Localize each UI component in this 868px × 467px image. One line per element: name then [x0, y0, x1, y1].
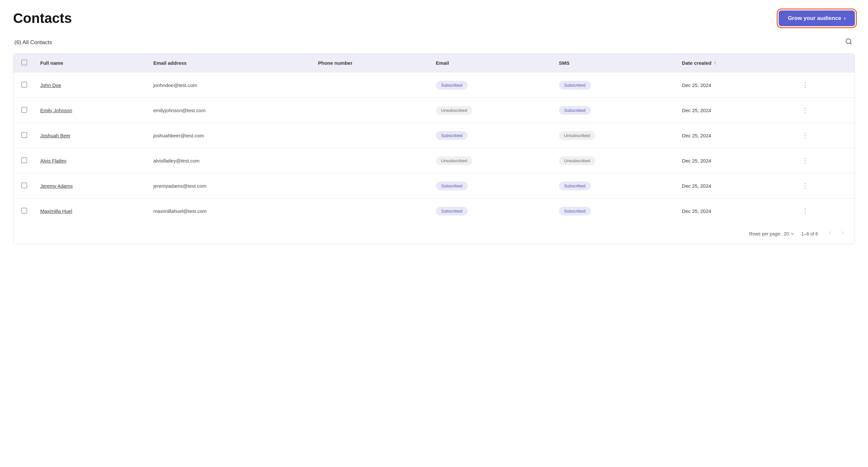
page-title: Contacts	[13, 10, 72, 26]
contact-name-link[interactable]: Alvis Flatley	[40, 158, 66, 164]
sort-arrow-icon: ↑	[714, 61, 716, 65]
contact-name-link[interactable]: John Doe	[40, 82, 61, 88]
date-created-text: Dec 25, 2024	[682, 208, 711, 214]
grow-audience-button[interactable]: Grow your audience ›	[779, 10, 855, 26]
next-page-button[interactable]	[837, 229, 848, 239]
th-date-created[interactable]: Date created ↑	[676, 54, 793, 73]
row-email-address: maximillahuel@test.com	[147, 199, 311, 224]
row-email-address: alvisflatley@test.com	[147, 148, 311, 173]
date-created-text: Dec 25, 2024	[682, 183, 711, 189]
th-email-address: Email address	[147, 54, 311, 73]
grow-audience-arrow: ›	[844, 15, 846, 22]
row-sms-status: Unsubscribed	[553, 148, 676, 173]
row-checkbox-cell	[13, 148, 34, 173]
row-actions-button[interactable]: ⋮	[799, 180, 811, 191]
rows-per-page: Rows per page: 20	[749, 231, 795, 236]
sms-status-badge: Subscribed	[559, 207, 591, 215]
contacts-table: Full name Email address Phone number Ema…	[13, 53, 855, 244]
row-checkbox-cell	[13, 199, 34, 224]
table-row: Alvis Flatley alvisflatley@test.com Unsu…	[13, 148, 855, 173]
row-sms-status: Subscribed	[553, 199, 676, 224]
rows-per-page-select[interactable]: 20	[784, 231, 795, 236]
date-created-text: Dec 25, 2024	[682, 108, 711, 113]
row-email-address: jonhndoe@test.com	[147, 73, 311, 98]
row-email-status: Unsubscribed	[429, 148, 553, 173]
row-checkbox[interactable]	[21, 132, 27, 138]
section-header: (6) All Contacts	[13, 37, 855, 48]
th-actions	[793, 54, 855, 73]
row-actions-cell: ⋮	[793, 173, 855, 199]
pagination-buttons	[825, 229, 848, 239]
email-status-badge: Subscribed	[436, 81, 468, 90]
row-checkbox-cell	[13, 173, 34, 199]
row-checkbox[interactable]	[21, 182, 27, 188]
sms-status-badge: Subscribed	[559, 81, 591, 90]
row-full-name: Emily Johnson	[34, 98, 147, 123]
row-email-status: Subscribed	[429, 199, 553, 224]
row-checkbox[interactable]	[21, 157, 27, 163]
contact-name-link[interactable]: Jeremy Adams	[40, 183, 73, 189]
table-header-row: Full name Email address Phone number Ema…	[13, 54, 855, 73]
th-phone-number: Phone number	[312, 54, 429, 73]
row-full-name: John Doe	[34, 73, 147, 98]
contact-name-link[interactable]: Joshuah Beer	[40, 133, 71, 138]
row-checkbox[interactable]	[21, 107, 27, 113]
row-date-created: Dec 25, 2024	[676, 98, 793, 123]
row-actions-button[interactable]: ⋮	[799, 105, 811, 115]
th-sms: SMS	[553, 54, 676, 73]
row-checkbox-cell	[13, 123, 34, 148]
select-all-checkbox[interactable]	[21, 60, 27, 65]
row-actions-button[interactable]: ⋮	[799, 206, 811, 216]
email-status-badge: Unsubscribed	[436, 156, 473, 165]
row-actions-cell: ⋮	[793, 199, 855, 224]
row-date-created: Dec 25, 2024	[676, 173, 793, 199]
email-address-text: jonhndoe@test.com	[153, 82, 197, 88]
section-title: (6) All Contacts	[14, 39, 52, 46]
row-actions-button[interactable]: ⋮	[799, 155, 811, 166]
row-sms-status: Subscribed	[553, 98, 676, 123]
prev-page-button[interactable]	[825, 229, 836, 239]
rows-per-page-value: 20	[784, 231, 789, 236]
pagination-info: 1–6 of 6	[801, 231, 818, 236]
table-row: Emily Johnson emilyjohnson@test.com Unsu…	[13, 98, 855, 123]
row-email-status: Subscribed	[429, 73, 553, 98]
row-actions-cell: ⋮	[793, 148, 855, 173]
th-full-name: Full name	[34, 54, 147, 73]
search-button[interactable]	[844, 37, 854, 48]
email-status-badge: Subscribed	[436, 131, 468, 140]
date-created-text: Dec 25, 2024	[682, 133, 711, 138]
row-checkbox[interactable]	[21, 208, 27, 213]
row-email-address: emilyjohnson@test.com	[147, 98, 311, 123]
row-full-name: Joshuah Beer	[34, 123, 147, 148]
row-sms-status: Subscribed	[553, 73, 676, 98]
row-full-name: Jeremy Adams	[34, 173, 147, 199]
row-actions-button[interactable]: ⋮	[799, 130, 811, 141]
email-status-badge: Subscribed	[436, 181, 468, 190]
row-email-status: Subscribed	[429, 123, 553, 148]
sms-status-badge: Unsubscribed	[559, 131, 596, 140]
svg-line-1	[850, 43, 851, 44]
chevron-down-icon	[790, 232, 795, 236]
email-address-text: alvisflatley@test.com	[153, 158, 199, 164]
row-sms-status: Subscribed	[553, 173, 676, 199]
row-actions-button[interactable]: ⋮	[799, 80, 811, 90]
row-full-name: Alvis Flatley	[34, 148, 147, 173]
search-icon	[845, 38, 852, 45]
page-header: Contacts Grow your audience ›	[13, 10, 855, 26]
row-checkbox[interactable]	[21, 82, 27, 88]
row-checkbox-cell	[13, 73, 34, 98]
sms-status-badge: Subscribed	[559, 106, 591, 115]
contact-name-link[interactable]: Emily Johnson	[40, 108, 72, 113]
row-email-status: Subscribed	[429, 173, 553, 199]
row-phone-number	[312, 148, 429, 173]
table-row: John Doe jonhndoe@test.com Subscribed Su…	[13, 73, 855, 98]
table-row: Jeremy Adams jeremyadams@test.com Subscr…	[13, 173, 855, 199]
row-actions-cell: ⋮	[793, 73, 855, 98]
date-created-text: Dec 25, 2024	[682, 158, 711, 164]
row-phone-number	[312, 199, 429, 224]
th-email: Email	[429, 54, 553, 73]
contact-name-link[interactable]: Maximilla Huel	[40, 208, 72, 214]
row-date-created: Dec 25, 2024	[676, 148, 793, 173]
email-status-badge: Subscribed	[436, 207, 468, 215]
sms-status-badge: Subscribed	[559, 181, 591, 190]
